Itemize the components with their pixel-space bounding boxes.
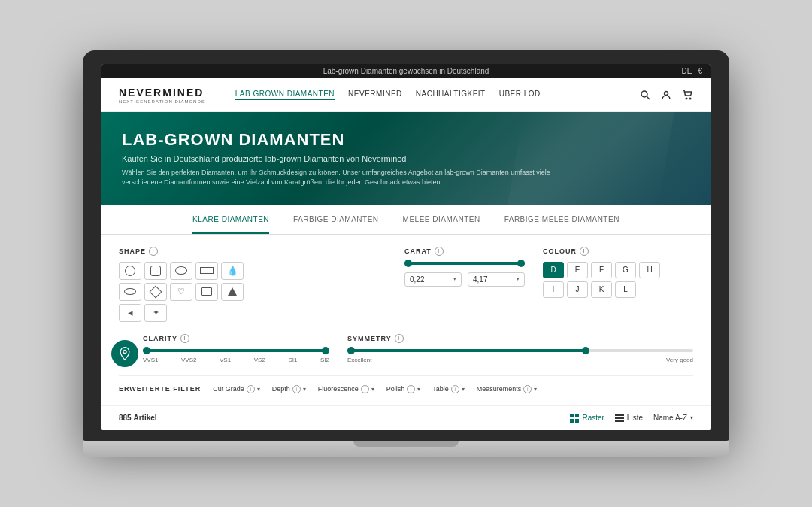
cut-grade-info: i [247,385,255,393]
symmetry-thumb-right[interactable] [582,347,589,354]
carat-min-input[interactable]: 0,22 ▾ [404,272,462,287]
colour-info-icon[interactable]: i [580,247,589,256]
clarity-filter: CLARITY i VVS1 VVS2 VS1 [119,334,329,363]
symmetry-thumb-left[interactable] [347,347,355,354]
svg-point-4 [689,98,691,99]
polish-info: i [407,385,415,393]
nav-link-nachhaltigkeit[interactable]: NACHHALTIGKEIT [416,90,486,100]
carat-inputs: 0,22 ▾ 4,17 ▾ [404,272,525,287]
nav-icons [639,89,693,101]
shape-info-icon[interactable]: i [149,247,158,256]
clarity-info-icon[interactable]: i [180,334,189,343]
carat-thumb-right[interactable] [517,260,525,267]
carat-thumb-left[interactable] [404,260,412,267]
filter-row-1: SHAPE i [119,247,693,322]
depth-info: i [292,385,301,393]
carat-info-icon[interactable]: i [435,247,444,256]
search-icon[interactable] [639,89,651,101]
colour-J[interactable]: J [567,281,588,298]
fluorescence-info: i [361,385,369,393]
adv-filter-measurements[interactable]: Measurements i ▾ [477,385,538,393]
adv-filter-depth[interactable]: Depth i ▾ [272,385,306,393]
diamond-tabs: KLARE DIAMANTEN FARBIGE DIAMANTEN MELEE … [101,205,711,235]
shape-misc2[interactable]: ✦ [144,304,167,322]
adv-filter-table[interactable]: Table i ▾ [432,385,465,393]
advanced-filters-bar: ERWEITERTE FILTER Cut Grade i ▾ Depth i … [119,375,693,393]
hero-description: Wählen Sie den perfekten Diamanten, um I… [122,168,558,188]
clarity-fingerprint-icon[interactable] [111,340,138,367]
shape-pear[interactable]: 💧 [221,262,244,280]
currency-selector[interactable]: € [698,67,702,75]
clarity-thumb-right[interactable] [322,347,329,354]
colour-F[interactable]: F [591,262,612,278]
results-count: 885 Artikel [119,414,157,422]
colour-row-2: I J K L [543,281,693,298]
colour-H[interactable]: H [639,262,660,278]
adv-filter-cut-grade[interactable]: Cut Grade i ▾ [213,385,260,393]
measurements-chevron: ▾ [534,386,537,393]
results-view-controls: Raster Liste Name A-Z ▾ [570,414,693,423]
depth-chevron: ▾ [303,386,306,393]
main-nav: NEVERMINED NEXT GENERATION DIAMONDS LAB … [101,78,711,112]
table-chevron: ▾ [462,386,465,393]
colour-G[interactable]: G [615,262,636,278]
svg-rect-12 [615,420,624,422]
tab-farbige[interactable]: FARBIGE DIAMANTEN [293,215,379,234]
svg-line-1 [647,96,650,99]
shape-misc1[interactable]: ◂ [119,304,141,322]
svg-rect-7 [575,414,579,417]
clarity-thumb-left[interactable] [143,347,150,354]
adv-filter-fluorescence[interactable]: Fluorescence i ▾ [318,385,374,393]
cart-icon[interactable] [681,89,693,101]
tab-klare[interactable]: KLARE DIAMANTEN [192,215,269,234]
shape-baguette[interactable] [195,262,218,280]
shape-heart[interactable]: ♡ [170,283,192,301]
symmetry-verygood: Very good [666,357,693,363]
svg-rect-10 [615,414,624,416]
svg-point-0 [641,91,647,97]
adv-filter-polish[interactable]: Polish i ▾ [386,385,421,393]
carat-range-fill [404,262,525,265]
sort-dropdown[interactable]: Name A-Z ▾ [653,414,693,422]
carat-max-input[interactable]: 4,17 ▾ [468,272,525,287]
nav-link-lab-grown[interactable]: LAB GROWN DIAMANTEN [235,90,335,100]
svg-rect-9 [575,419,579,423]
shape-radiant[interactable] [195,283,218,301]
shape-marquise[interactable] [119,283,141,301]
shape-oval[interactable] [170,262,192,280]
shape-triangle[interactable] [221,283,244,301]
announcement-text: Lab-grown Diamanten gewachsen in Deutsch… [323,67,489,75]
polish-chevron: ▾ [417,386,420,393]
lang-selector[interactable]: DE [682,67,692,75]
clarity-label: CLARITY i [143,334,329,343]
symmetry-track [347,349,693,352]
shape-round[interactable] [119,262,141,280]
svg-rect-11 [615,417,624,419]
top-lang-currency: DE € [682,67,702,75]
colour-I[interactable]: I [543,281,564,298]
measurements-info: i [523,385,532,393]
symmetry-info-icon[interactable]: i [395,334,404,343]
colour-L[interactable]: L [615,281,636,298]
account-icon[interactable] [660,89,672,101]
symmetry-fill [347,349,589,352]
shape-cushion[interactable] [144,262,167,280]
clarity-vs1: VS1 [220,357,231,363]
tab-melee[interactable]: MELEE DIAMANTEN [403,215,480,234]
colour-D[interactable]: D [543,262,564,278]
colour-K[interactable]: K [591,281,612,298]
clarity-range-track [143,349,329,352]
clarity-vvs2: VVS2 [181,357,196,363]
symmetry-labels: Excellent Very good [347,357,693,363]
colour-E[interactable]: E [567,262,588,278]
shape-princess[interactable] [144,283,167,301]
nav-link-ueber[interactable]: ÜBER LOD [499,90,541,100]
colour-row-1: D E F G H [543,262,693,278]
svg-rect-8 [570,419,574,423]
tab-farbige-melee[interactable]: FARBIGE MELEE DIAMANTEN [504,215,620,234]
colour-label: COLOUR i [543,247,693,256]
nav-link-nevermined[interactable]: NEVERMINED [348,90,402,100]
view-liste[interactable]: Liste [615,414,643,423]
view-raster[interactable]: Raster [570,414,604,423]
raster-label: Raster [582,414,604,422]
